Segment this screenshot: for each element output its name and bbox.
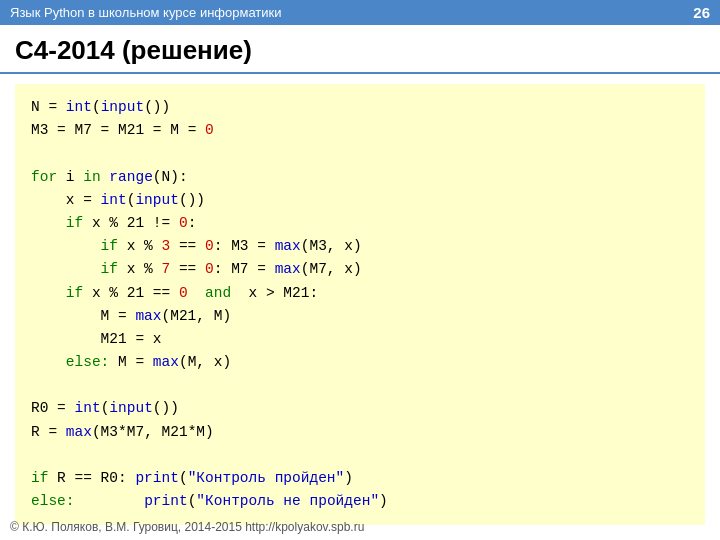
- code-line-blank2: [31, 374, 689, 397]
- code-line-7: if x % 7 == 0: M7 = max(M7, x): [31, 258, 689, 281]
- footer: © К.Ю. Поляков, В.М. Гуровиц, 2014-2015 …: [10, 520, 364, 534]
- code-line-5: if x % 21 != 0:: [31, 212, 689, 235]
- code-line-3: for i in range(N):: [31, 166, 689, 189]
- code-line-9: M = max(M21, M): [31, 305, 689, 328]
- code-line-13: R = max(M3*M7, M21*M): [31, 421, 689, 444]
- slide-number: 26: [693, 4, 710, 21]
- course-title: Язык Python в школьном курсе информатики: [10, 5, 282, 20]
- code-line-2: M3 = M7 = M21 = M = 0: [31, 119, 689, 142]
- code-line-6: if x % 3 == 0: M3 = max(M3, x): [31, 235, 689, 258]
- code-line-1: N = int(input()): [31, 96, 689, 119]
- code-line-15: else: print("Контроль не пройден"): [31, 490, 689, 513]
- code-line-8: if x % 21 == 0 and x > M21:: [31, 282, 689, 305]
- code-line-11: else: M = max(M, x): [31, 351, 689, 374]
- code-line-10: M21 = x: [31, 328, 689, 351]
- code-line-4: x = int(input()): [31, 189, 689, 212]
- code-line-12: R0 = int(input()): [31, 397, 689, 420]
- page-title: C4-2014 (решение): [15, 35, 705, 66]
- code-line-14: if R == R0: print("Контроль пройден"): [31, 467, 689, 490]
- top-bar: Язык Python в школьном курсе информатики…: [0, 0, 720, 25]
- code-line-blank1: [31, 142, 689, 165]
- title-area: C4-2014 (решение): [0, 25, 720, 74]
- code-line-blank3: [31, 444, 689, 467]
- code-block: N = int(input()) M3 = M7 = M21 = M = 0 f…: [15, 84, 705, 525]
